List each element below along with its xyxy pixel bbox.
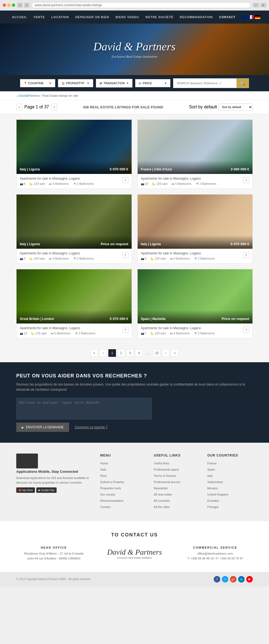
useful-link-1[interactable]: Useful links [154,462,169,465]
add-to-favorites-btn[interactable]: + [122,177,128,183]
nav-vente[interactable]: VENTE [30,11,48,24]
googleplus-icon[interactable]: g+ [230,576,236,582]
property-overlay: Italy | Liguria 5 070 000 € [17,160,132,174]
property-image[interactable]: Spain | Marbella Price on request [138,269,253,323]
dot-yellow[interactable] [7,4,11,7]
footer-countries: OUR COUNTRIES France Spain Italy Switzer… [207,454,253,510]
menu-recommandation-link[interactable]: Recommandation [100,499,124,502]
googleplay-btn[interactable]: ▶ Google Play [36,487,57,493]
property-title: Apartments for sale in Massagno, Lugano [20,326,128,330]
list-item: Properties tools [100,486,146,490]
listing-count: 436 REAL ESTATE LISTINGS FOR SALE FOUND [57,105,189,109]
breadcrumb-current: Real Estate listings for sale [43,94,79,97]
nav-recommandation[interactable]: RECOMMANDATION [177,11,216,24]
cta-textarea[interactable] [16,398,152,419]
linkedin-icon[interactable]: in [238,576,245,582]
nav-biens-vendu[interactable]: BIENS VENDU [112,11,142,24]
sort-dropdown[interactable]: Sort by default Price (low to high) Pric… [218,103,253,111]
cta-submit-btn[interactable]: ENVOYER LA DEMANDE [16,423,69,432]
breadcrumb-home[interactable]: David&Partners [19,94,40,97]
flag-de[interactable] [255,15,260,19]
useful-link-7[interactable]: All countries [154,499,170,502]
menu-submit-link[interactable]: Submit a Property [100,480,124,484]
share-btn[interactable]: ↑ [253,3,259,7]
menu-society-link[interactable]: Our society [100,493,115,496]
property-image[interactable]: France | Côté d'Azur 3 000 000 € [138,120,253,174]
property-area: 133 sqm [30,257,45,260]
property-bathrooms: 2 Bathrooms [73,182,94,185]
country-portugal-link[interactable]: Portugal [207,505,218,509]
country-monaco-link[interactable]: Monaco [207,487,218,490]
useful-link-5[interactable]: Newsletter [154,487,168,490]
useful-link-8[interactable]: All the cities [154,505,170,509]
nav-location[interactable]: LOCATION [48,11,72,24]
address-bar[interactable]: www.david-partners.com/en/real-estate-li… [32,2,251,8]
menu-rent-link[interactable]: Rent [100,474,106,477]
add-to-favorites-btn[interactable]: + [243,252,249,258]
search-button[interactable]: 🔍 [236,79,249,88]
forward-btn[interactable]: › [24,3,30,8]
country-uk-link[interactable]: United Kingdom [207,493,228,496]
search-input[interactable] [173,79,236,87]
property-title: Apartments for sale in Massagno, Lugano [20,177,128,180]
browser-icons: ↑ + [253,3,266,7]
add-to-favorites-btn[interactable]: + [243,177,249,183]
property-label: PROPERTYP [66,82,85,85]
menu-home-link[interactable]: Home [100,462,108,465]
property-image[interactable]: Italy | Liguria 5 070 000 € [17,120,132,174]
add-to-favorites-btn[interactable]: + [122,252,128,258]
menu-contact-link[interactable]: Contact [100,505,111,509]
facebook-icon[interactable]: f [214,576,220,582]
page-prev-btn[interactable]: ‹ [99,349,107,357]
menu-tools-link[interactable]: Properties tools [100,487,121,490]
page-dots: ... [144,349,152,357]
country-swiss-link[interactable]: Switzerland [207,480,223,484]
useful-link-2[interactable]: Professional space [154,468,179,471]
back-btn[interactable]: ‹ [17,3,23,8]
nav-accueil[interactable]: ACCUEIL [9,11,30,24]
property-image[interactable]: Great Britain | London 5 070 000 € [17,269,132,323]
prev-page-btn[interactable]: ‹ [16,104,22,110]
twitter-icon[interactable]: t [222,576,228,582]
flag-uk[interactable] [241,15,247,19]
nav-deposer[interactable]: DÉPAUSER UN BIEN [72,11,112,24]
page-3-btn[interactable]: 3 [126,349,134,357]
country-spain-link[interactable]: Spain [207,468,215,471]
country-france-link[interactable]: France [207,462,216,465]
useful-link-6[interactable]: All real estate [154,493,172,496]
photo-count: 8 [141,257,147,260]
add-to-favorites-btn[interactable]: + [122,327,128,333]
add-to-favorites-btn[interactable]: + [243,327,249,333]
country-dropdown[interactable]: COUNTRIE ▼ [20,79,55,87]
page-10-btn[interactable]: 10 [153,349,161,357]
property-image[interactable]: Italy | Liguria 5 070 000 € [138,195,253,249]
property-overlay: Italy | Liguria Price on request [17,235,132,249]
page-next-btn[interactable]: › [162,349,170,357]
appstore-btn[interactable]: 🍎 App Store [16,487,35,493]
property-dropdown[interactable]: PROPERTYP ▼ [58,79,93,87]
count-text: 436 REAL ESTATE LISTINGS FOR SALE FOUND [83,105,163,109]
menu-sale-link[interactable]: Sale [100,468,106,471]
nav-notre-societe[interactable]: NOTRE SOCIÉTÉ [142,11,177,24]
transaction-dropdown[interactable]: TRANSACTION ▼ [96,79,133,88]
next-page-btn[interactable]: › [51,104,57,110]
property-image[interactable]: Italy | Liguria Price on request [17,195,132,249]
transaction-arrow: ▼ [126,82,129,85]
dot-green[interactable] [12,4,15,7]
nav-contact[interactable]: CONTACT [216,11,239,24]
page-first-btn[interactable]: « [90,349,98,357]
flag-fr[interactable] [248,15,254,19]
price-dropdown[interactable]: PRICE ▼ [135,79,170,87]
youtube-icon[interactable]: ▶ [246,576,253,582]
page-last-btn[interactable]: » [171,349,179,357]
page-4-btn[interactable]: 4 [135,349,143,357]
useful-link-4[interactable]: Professional access [154,480,180,484]
bookmark-btn[interactable]: + [260,3,266,7]
how-it-works-link[interactable]: Comment ça marche ? [74,425,107,429]
page-1-btn[interactable]: 1 [108,349,116,357]
useful-link-3[interactable]: Terms of Service [154,474,176,477]
country-italy-link[interactable]: Italy [207,474,213,477]
country-emirates-link[interactable]: Emirates [207,499,219,502]
page-2-btn[interactable]: 2 [117,349,125,357]
dot-red[interactable] [3,4,6,7]
